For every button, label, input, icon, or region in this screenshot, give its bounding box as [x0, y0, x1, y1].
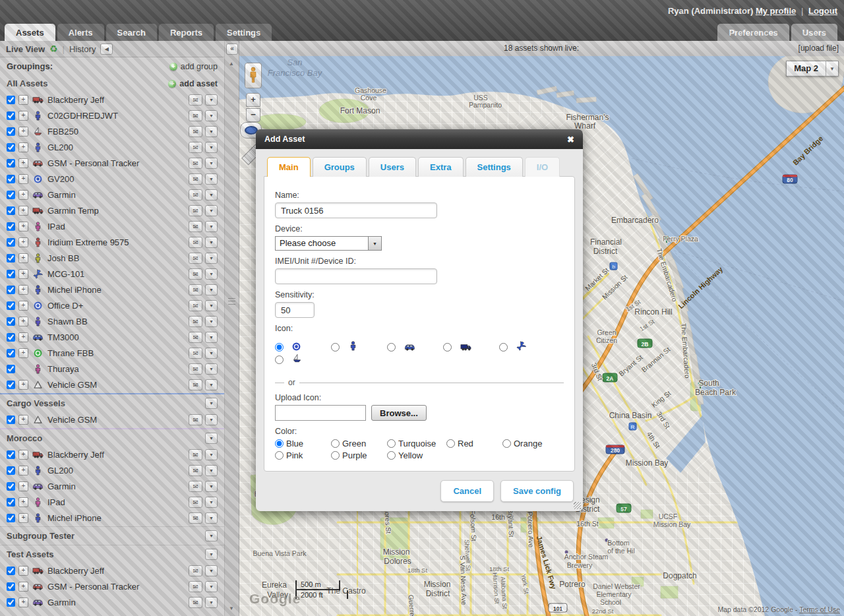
- asset-checkbox[interactable]: [7, 349, 15, 357]
- asset-checkbox[interactable]: [7, 582, 15, 591]
- tab-settings[interactable]: Settings: [216, 24, 272, 41]
- message-icon[interactable]: ✉: [189, 237, 202, 248]
- save-config-button[interactable]: Save config: [500, 480, 574, 502]
- asset-name[interactable]: Michel iPhone: [47, 285, 102, 295]
- asset-menu-button[interactable]: ▼: [205, 205, 218, 216]
- icon-radio[interactable]: [387, 343, 396, 352]
- history-label[interactable]: History: [69, 44, 96, 54]
- asset-name[interactable]: Thuraya: [47, 364, 79, 374]
- message-icon[interactable]: ✉: [189, 481, 202, 492]
- color-radio[interactable]: [387, 439, 396, 448]
- sidebar-scrollbar[interactable]: « ▲ ▼: [224, 41, 239, 616]
- message-icon[interactable]: ✉: [189, 379, 202, 390]
- device-select[interactable]: Please choose ▼: [275, 236, 382, 251]
- asset-checkbox[interactable]: [7, 96, 15, 104]
- message-icon[interactable]: ✉: [189, 110, 202, 121]
- color-option-purple[interactable]: Purple: [331, 450, 387, 460]
- message-icon[interactable]: ✉: [189, 332, 202, 343]
- color-option-blue[interactable]: Blue: [275, 439, 331, 448]
- asset-menu-button[interactable]: ▼: [205, 173, 218, 185]
- imei-input[interactable]: [275, 268, 437, 284]
- expand-toggle[interactable]: +: [18, 497, 28, 507]
- message-icon[interactable]: ✉: [189, 316, 202, 327]
- dialog-resize-handle[interactable]: [574, 502, 581, 509]
- asset-name[interactable]: C02GDHREDJWT: [47, 111, 118, 121]
- asset-name[interactable]: FBB250: [47, 127, 78, 137]
- asset-checkbox[interactable]: [7, 498, 15, 507]
- live-view-label[interactable]: Live View: [6, 44, 45, 54]
- expand-toggle[interactable]: +: [18, 253, 28, 263]
- dialog-tab-users[interactable]: Users: [369, 157, 416, 177]
- tab-alerts[interactable]: Alerts: [57, 24, 104, 41]
- message-icon[interactable]: ✉: [189, 142, 202, 153]
- color-radio[interactable]: [387, 451, 396, 460]
- color-option-pink[interactable]: Pink: [275, 450, 331, 460]
- dialog-tab-main[interactable]: Main: [267, 157, 311, 177]
- asset-checkbox[interactable]: [7, 317, 15, 326]
- asset-name[interactable]: Iridium Extreme 9575: [47, 237, 129, 247]
- asset-name[interactable]: Blackberry Jeff: [47, 95, 104, 105]
- asset-menu-button[interactable]: ▼: [205, 237, 218, 248]
- terms-of-use-link[interactable]: Terms of Use: [799, 605, 840, 613]
- asset-name[interactable]: IPad: [47, 497, 65, 507]
- asset-checkbox[interactable]: [7, 450, 15, 459]
- color-radio[interactable]: [331, 451, 340, 460]
- asset-name[interactable]: Garmin: [47, 190, 76, 200]
- message-icon[interactable]: ✉: [189, 268, 202, 280]
- message-icon[interactable]: ✉: [189, 512, 202, 524]
- asset-checkbox[interactable]: [7, 254, 15, 262]
- asset-menu-button[interactable]: ▼: [205, 268, 218, 280]
- asset-checkbox[interactable]: [7, 111, 15, 120]
- message-icon[interactable]: ✉: [189, 221, 202, 232]
- color-option-red[interactable]: Red: [446, 439, 502, 448]
- asset-checkbox[interactable]: [7, 127, 15, 136]
- asset-name[interactable]: MCG-101: [47, 269, 84, 279]
- color-radio[interactable]: [331, 439, 340, 448]
- asset-menu-button[interactable]: ▼: [205, 379, 218, 390]
- expand-toggle[interactable]: +: [18, 380, 28, 390]
- message-icon[interactable]: ✉: [189, 300, 202, 311]
- group-menu-button[interactable]: ▼: [205, 530, 218, 541]
- message-icon[interactable]: ✉: [189, 465, 202, 476]
- asset-menu-button[interactable]: ▼: [205, 581, 218, 592]
- dialog-titlebar[interactable]: Add Asset ✖: [256, 129, 583, 149]
- asset-menu-button[interactable]: ▼: [205, 253, 218, 264]
- my-profile-link[interactable]: My profile: [756, 6, 796, 16]
- color-option-green[interactable]: Green: [331, 439, 387, 448]
- expand-toggle[interactable]: +: [18, 301, 28, 311]
- tab-search[interactable]: Search: [106, 24, 157, 41]
- asset-menu-button[interactable]: ▼: [205, 512, 218, 524]
- asset-name[interactable]: Blackberry Jeff: [47, 450, 104, 460]
- expand-toggle[interactable]: +: [18, 174, 28, 184]
- color-option-turquoise[interactable]: Turquoise: [387, 439, 446, 448]
- splitter-grip[interactable]: [228, 298, 235, 305]
- expand-toggle[interactable]: +: [18, 206, 28, 216]
- asset-name[interactable]: Vehicle GSM: [47, 380, 97, 390]
- icon-radio[interactable]: [443, 343, 452, 352]
- cancel-button[interactable]: Cancel: [440, 480, 494, 502]
- icon-radio[interactable]: [275, 355, 284, 364]
- icon-option-car[interactable]: [387, 341, 443, 354]
- asset-menu-button[interactable]: ▼: [205, 565, 218, 576]
- icon-option-target[interactable]: [275, 341, 331, 354]
- icon-radio[interactable]: [499, 343, 508, 352]
- sidebar-collapse-button[interactable]: «: [226, 44, 238, 55]
- asset-menu-button[interactable]: ▼: [205, 332, 218, 343]
- expand-toggle[interactable]: +: [18, 582, 28, 592]
- icon-option-truck[interactable]: [443, 341, 499, 354]
- asset-name[interactable]: Garmin: [47, 598, 76, 607]
- color-option-orange[interactable]: Orange: [502, 439, 564, 448]
- expand-toggle[interactable]: +: [18, 111, 28, 121]
- asset-name[interactable]: Josh BB: [47, 253, 79, 263]
- asset-name[interactable]: Garmin Temp: [47, 206, 99, 216]
- expand-toggle[interactable]: +: [18, 237, 28, 247]
- expand-toggle[interactable]: +: [18, 190, 28, 200]
- message-icon[interactable]: ✉: [189, 253, 202, 264]
- asset-menu-button[interactable]: ▼: [205, 414, 218, 425]
- expand-toggle[interactable]: +: [18, 598, 28, 607]
- asset-menu-button[interactable]: ▼: [205, 94, 218, 106]
- icon-radio[interactable]: [331, 343, 340, 352]
- scroll-down-arrow[interactable]: ▼: [226, 603, 237, 613]
- tab-assets[interactable]: Assets: [5, 24, 55, 41]
- asset-checkbox[interactable]: [7, 333, 15, 342]
